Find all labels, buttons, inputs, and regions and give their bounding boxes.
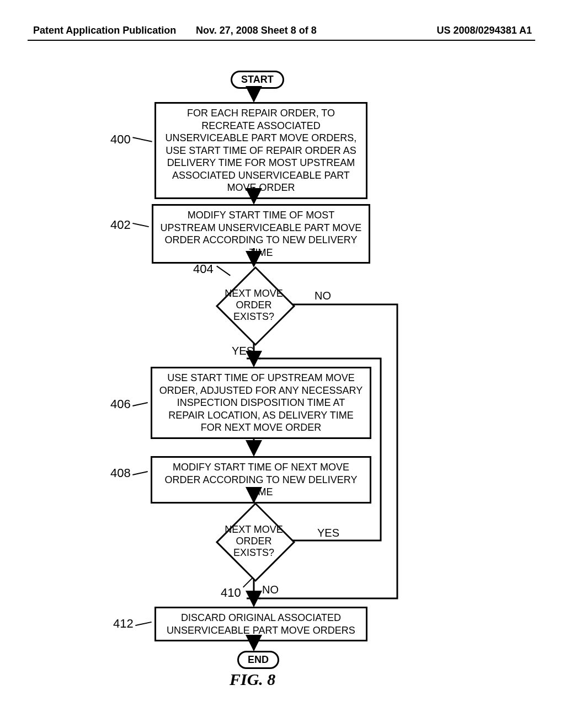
ref-408: 408 (110, 466, 131, 480)
edge-404-yes: YES (232, 345, 254, 357)
leader-408 (132, 471, 148, 475)
header-right: US 2008/0294381 A1 (437, 25, 532, 36)
leader-400 (132, 137, 152, 142)
decision-410-label: NEXT MOVE ORDER EXISTS? (215, 524, 292, 559)
process-406: USE START TIME OF UPSTREAM MOVE ORDER, A… (151, 367, 371, 439)
ref-402: 402 (110, 218, 131, 232)
header-mid: Nov. 27, 2008 Sheet 8 of 8 (196, 25, 317, 36)
leader-412 (135, 622, 152, 626)
ref-400: 400 (110, 132, 131, 147)
process-412: DISCARD ORIGINAL ASSOCIATED UNSERVICEABL… (154, 607, 367, 641)
decision-404: NEXT MOVE ORDER EXISTS? (215, 266, 292, 343)
leader-402 (132, 223, 149, 227)
ref-404: 404 (193, 262, 214, 276)
decision-404-label: NEXT MOVE ORDER EXISTS? (215, 288, 292, 323)
terminator-start: START (231, 71, 284, 89)
edge-404-no: NO (315, 290, 331, 302)
process-400: FOR EACH REPAIR ORDER, TO RECREATE ASSOC… (154, 102, 367, 199)
decision-410: NEXT MOVE ORDER EXISTS? (215, 502, 292, 579)
ref-406: 406 (110, 397, 131, 411)
leader-406 (132, 402, 148, 406)
ref-412: 412 (113, 617, 134, 631)
process-402: MODIFY START TIME OF MOST UPSTREAM UNSER… (152, 204, 370, 264)
edge-410-no: NO (262, 584, 279, 596)
ref-410: 410 (221, 586, 241, 600)
figure-caption: FIG. 8 (230, 670, 275, 689)
header-left: Patent Application Publication (33, 25, 176, 36)
process-408: MODIFY START TIME OF NEXT MOVE ORDER ACC… (151, 456, 371, 504)
edge-410-yes: YES (317, 527, 339, 539)
header-rule (28, 40, 535, 41)
terminator-end: END (237, 651, 279, 669)
